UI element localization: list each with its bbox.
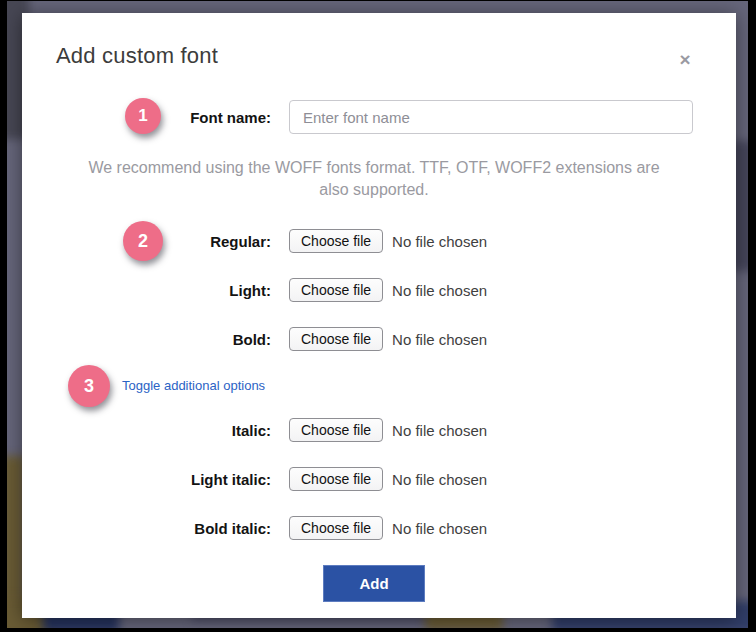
upload-row-italic: Italic: Choose file No file chosen — [56, 418, 692, 442]
light-italic-file-status: No file chosen — [392, 471, 487, 488]
upload-row-regular: 2 Regular: Choose file No file chosen — [56, 229, 692, 253]
light-label: Light: — [56, 282, 271, 299]
italic-label: Italic: — [56, 422, 271, 439]
regular-label: Regular: — [56, 233, 271, 250]
add-button[interactable]: Add — [323, 565, 425, 602]
upload-row-light: Light: Choose file No file chosen — [56, 278, 692, 302]
italic-file-control: Choose file No file chosen — [289, 418, 692, 442]
add-custom-font-modal: Add custom font × 1 Font name: We recomm… — [22, 13, 736, 618]
light-italic-choose-file-button[interactable]: Choose file — [289, 467, 383, 491]
step-badge-1: 1 — [125, 98, 161, 134]
regular-file-status: No file chosen — [392, 233, 487, 250]
bold-label: Bold: — [56, 331, 271, 348]
light-italic-label: Light italic: — [56, 471, 271, 488]
bold-choose-file-button[interactable]: Choose file — [289, 327, 383, 351]
font-name-input[interactable] — [289, 100, 693, 134]
step-badge-2: 2 — [123, 221, 163, 261]
bold-file-status: No file chosen — [392, 331, 487, 348]
light-file-status: No file chosen — [392, 282, 487, 299]
bold-italic-choose-file-button[interactable]: Choose file — [289, 516, 383, 540]
regular-file-control: Choose file No file chosen — [289, 229, 692, 253]
step-badge-3: 3 — [68, 365, 110, 407]
format-recommendation-note: We recommend using the WOFF fonts format… — [74, 157, 674, 201]
italic-file-status: No file chosen — [392, 422, 487, 439]
font-name-row: 1 Font name: — [56, 99, 692, 135]
font-name-label: Font name: — [56, 109, 271, 126]
bold-italic-file-control: Choose file No file chosen — [289, 516, 692, 540]
modal-title: Add custom font — [56, 43, 692, 69]
regular-choose-file-button[interactable]: Choose file — [289, 229, 383, 253]
toggle-additional-options-link[interactable]: Toggle additional options — [122, 378, 265, 393]
light-choose-file-button[interactable]: Choose file — [289, 278, 383, 302]
bold-italic-label: Bold italic: — [56, 520, 271, 537]
modal-footer: Add — [56, 565, 692, 602]
upload-row-bold-italic: Bold italic: Choose file No file chosen — [56, 516, 692, 540]
bold-italic-file-status: No file chosen — [392, 520, 487, 537]
upload-row-light-italic: Light italic: Choose file No file chosen — [56, 467, 692, 491]
upload-row-bold: Bold: Choose file No file chosen — [56, 327, 692, 351]
toggle-options-row: 3 Toggle additional options — [56, 376, 692, 396]
bold-file-control: Choose file No file chosen — [289, 327, 692, 351]
light-italic-file-control: Choose file No file chosen — [289, 467, 692, 491]
close-icon[interactable]: × — [674, 49, 696, 71]
light-file-control: Choose file No file chosen — [289, 278, 692, 302]
italic-choose-file-button[interactable]: Choose file — [289, 418, 383, 442]
